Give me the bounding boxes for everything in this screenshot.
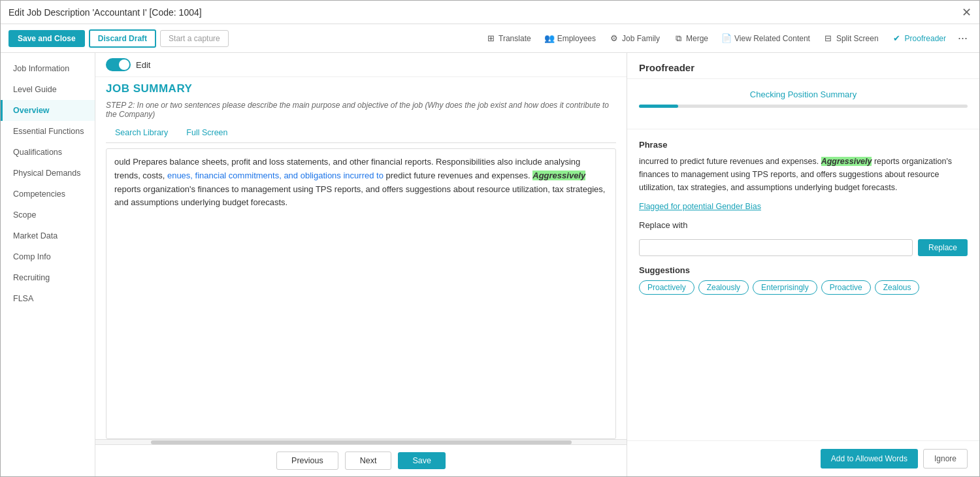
tab-search-library[interactable]: Search Library — [106, 124, 177, 142]
editor-text-blue-1: enues, financial commitments, and obliga… — [167, 171, 384, 180]
view-related-icon: 📄 — [721, 33, 732, 44]
translate-button[interactable]: ⊞ Translate — [480, 31, 536, 46]
proofreader-icon: ✔ — [892, 33, 902, 44]
sidebar-item-scope[interactable]: Scope — [1, 205, 95, 225]
job-family-icon: ⚙ — [609, 33, 619, 44]
replace-row: Replace with — [639, 220, 968, 230]
start-capture-button[interactable]: Start a capture — [160, 30, 229, 47]
suggestion-chip-3[interactable]: Proactive — [821, 280, 871, 295]
edit-toggle-bar: Edit — [95, 53, 627, 77]
suggestions-label: Suggestions — [639, 265, 968, 275]
job-family-button[interactable]: ⚙ Job Family — [604, 31, 665, 46]
add-to-allowed-words-button[interactable]: Add to Allowed Words — [821, 449, 918, 469]
sidebar-item-market-data[interactable]: Market Data — [1, 225, 95, 246]
sidebar-item-overview[interactable]: Overview — [1, 100, 95, 121]
sidebar-item-job-information[interactable]: Job Information — [1, 58, 95, 79]
close-button[interactable]: ✕ — [962, 5, 972, 20]
more-options-button[interactable]: ··· — [954, 30, 972, 46]
window-title: Edit Job Description 'Accountant I' [Cod… — [8, 7, 202, 18]
sidebar-item-qualifications[interactable]: Qualifications — [1, 142, 95, 163]
editor-body[interactable]: ould Prepares balance sheets, profit and… — [106, 148, 616, 439]
tab-full-screen[interactable]: Full Screen — [177, 124, 237, 142]
merge-button[interactable]: ⧉ Merge — [668, 31, 713, 46]
prompt-text: STEP 2: In one or two sentences please d… — [95, 98, 627, 124]
employees-icon: 👥 — [544, 33, 555, 44]
toolbar-actions: ⊞ Translate 👥 Employees ⚙ Job Family ⧉ M… — [480, 30, 972, 46]
phrase-prefix: incurred to predict future revenues and … — [639, 157, 821, 166]
ignore-button[interactable]: Ignore — [923, 449, 968, 469]
next-button[interactable]: Next — [345, 452, 392, 470]
editor-container: Search Library Full Screen ould Prepares… — [95, 124, 627, 439]
sidebar: Job Information Level Guide Overview Ess… — [1, 53, 95, 476]
sidebar-item-level-guide[interactable]: Level Guide — [1, 79, 95, 100]
horizontal-scrollbar[interactable] — [95, 439, 627, 444]
panel-header: Proofreader — [627, 53, 979, 79]
section-heading: JOB SUMMARY — [95, 77, 627, 98]
phrase-text: incurred to predict future revenues and … — [639, 155, 968, 194]
employees-button[interactable]: 👥 Employees — [539, 31, 601, 46]
scrollbar-thumb — [151, 440, 572, 444]
title-bar: Edit Job Description 'Accountant I' [Cod… — [1, 1, 979, 24]
discard-draft-button[interactable]: Discard Draft — [89, 29, 156, 48]
editor-text-normal-3: reports organization's finances to manag… — [114, 184, 605, 208]
proofreader-panel: Proofreader Checking Position Summary Ph… — [627, 53, 979, 476]
edit-toggle[interactable] — [106, 58, 131, 71]
panel-progress-section: Checking Position Summary — [627, 79, 979, 129]
sidebar-item-competencies[interactable]: Competencies — [1, 184, 95, 205]
phrase-highlight: Aggressively — [821, 157, 872, 166]
toolbar: Save and Close Discard Draft Start a cap… — [1, 24, 979, 53]
edit-label: Edit — [136, 60, 150, 70]
body-container: Job Information Level Guide Overview Ess… — [1, 53, 979, 476]
translate-icon: ⊞ — [485, 33, 496, 44]
suggestion-chip-2[interactable]: Enterprisingly — [753, 280, 817, 295]
save-close-button[interactable]: Save and Close — [8, 30, 85, 47]
proofreader-button[interactable]: ✔ Proofreader — [887, 31, 951, 46]
replace-button[interactable]: Replace — [918, 239, 968, 256]
split-screen-button[interactable]: ⊟ Split Screen — [818, 31, 884, 46]
progress-bar-container — [639, 105, 968, 108]
split-screen-icon: ⊟ — [823, 33, 834, 44]
suggestion-chip-1[interactable]: Zealously — [698, 280, 749, 295]
previous-button[interactable]: Previous — [276, 452, 338, 470]
replace-with-label: Replace with — [639, 220, 687, 230]
sidebar-item-flsa[interactable]: FLSA — [1, 288, 95, 309]
phrase-label: Phrase — [639, 140, 968, 150]
replace-input[interactable] — [639, 239, 913, 256]
flagged-label[interactable]: Flagged for potential Gender Bias — [639, 202, 968, 211]
sidebar-item-comp-info[interactable]: Comp Info — [1, 246, 95, 267]
panel-footer-actions: Add to Allowed Words Ignore — [627, 440, 979, 476]
sidebar-item-essential-functions[interactable]: Essential Functions — [1, 121, 95, 142]
view-related-button[interactable]: 📄 View Related Content — [716, 31, 815, 46]
checking-label: Checking Position Summary — [639, 90, 968, 99]
save-button[interactable]: Save — [398, 452, 446, 469]
bottom-nav: Previous Next Save — [95, 444, 627, 476]
merge-icon: ⧉ — [673, 33, 683, 44]
editor-tabs: Search Library Full Screen — [106, 124, 616, 143]
suggestion-chip-0[interactable]: Proactively — [639, 280, 694, 295]
sidebar-item-recruiting[interactable]: Recruiting — [1, 267, 95, 288]
replace-input-row: Replace — [639, 239, 968, 256]
editor-text-normal-2: predict future revenues and expenses. — [384, 171, 532, 180]
panel-phrase-section: Phrase incurred to predict future revenu… — [627, 129, 979, 318]
suggestions-chips: Proactively Zealously Enterprisingly Pro… — [639, 280, 968, 295]
editor-text-highlight: Aggressively — [532, 171, 585, 180]
suggestion-chip-4[interactable]: Zealous — [875, 280, 920, 295]
main-content: Edit JOB SUMMARY STEP 2: In one or two s… — [95, 53, 627, 476]
progress-bar-fill — [639, 105, 678, 108]
sidebar-item-physical-demands[interactable]: Physical Demands — [1, 163, 95, 184]
